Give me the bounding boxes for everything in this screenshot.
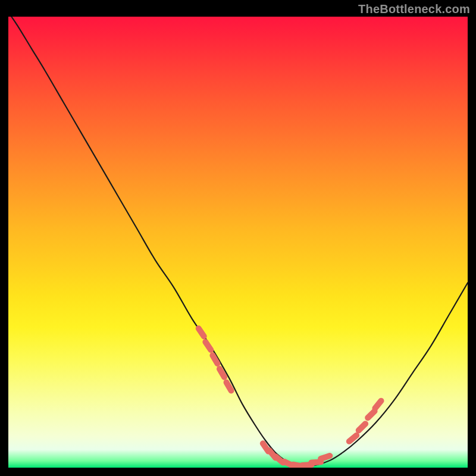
highlight-marker — [201, 338, 215, 354]
highlight-marker — [195, 324, 208, 340]
highlight-marker — [317, 452, 334, 463]
watermark-text: TheBottleneck.com — [358, 2, 470, 16]
chart-stage: TheBottleneck.com — [0, 0, 476, 476]
chart-plot-area — [8, 17, 468, 468]
highlight-marker — [355, 419, 370, 434]
highlight-marker — [209, 351, 222, 368]
bottleneck-curve-svg — [8, 17, 468, 468]
highlight-marker — [371, 397, 385, 412]
highlight-markers-group — [195, 324, 386, 468]
bottleneck-curve-path — [8, 17, 468, 466]
